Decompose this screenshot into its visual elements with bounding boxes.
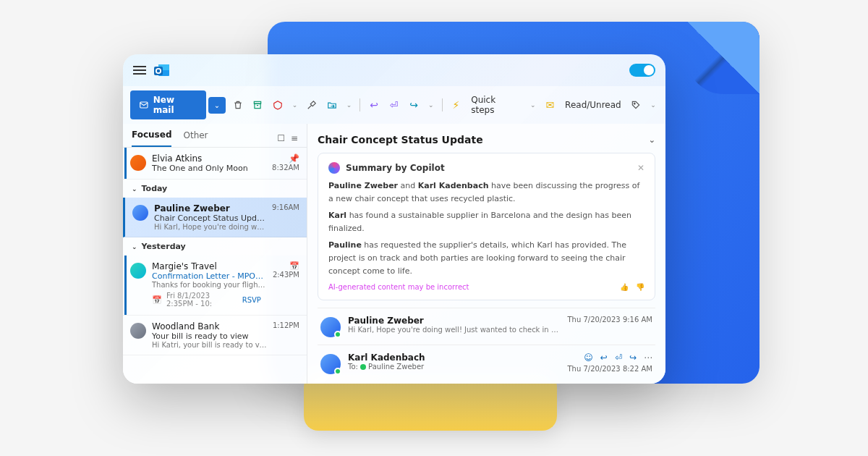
close-icon[interactable]: ✕: [637, 163, 644, 173]
message-list-pane: Focused Other ☐ ≡ Elvia Atkins The One a…: [123, 124, 307, 384]
read-unread-icon[interactable]: ✉: [542, 97, 558, 113]
reply-all-icon[interactable]: ⏎: [615, 352, 622, 363]
email-item[interactable]: Elvia Atkins The One and Only Moon 📌 8:3…: [123, 148, 307, 180]
copilot-icon: [328, 162, 340, 174]
avatar: [130, 323, 146, 339]
quick-steps-icon[interactable]: ⚡: [448, 97, 464, 113]
group-label: Yesterday: [142, 242, 186, 251]
email-time: 1:12PM: [273, 321, 299, 329]
reply-all-icon[interactable]: ⏎: [386, 97, 402, 113]
copilot-paragraph: Pauline Zweber and Karl Kadenbach have b…: [328, 180, 644, 205]
archive-icon[interactable]: [250, 97, 266, 113]
new-mail-button[interactable]: New mail: [130, 90, 206, 119]
email-preview: Hi Katri, your bill is ready to view. Lo…: [152, 341, 267, 349]
quick-steps-button[interactable]: Quick steps: [468, 95, 524, 115]
copilot-paragraph: Pauline has requested the supplier's det…: [328, 239, 644, 277]
email-preview: Hi Karl, Hope you're doing well!: [154, 223, 266, 231]
avatar: [130, 155, 146, 171]
message-date: Thu 7/20/2023 8:22 AM: [567, 365, 652, 373]
group-yesterday[interactable]: ⌄ Yesterday: [123, 237, 307, 256]
forward-icon[interactable]: ↪: [406, 97, 422, 113]
email-subject: Confirmation Letter - MPOWMQ: [152, 271, 267, 281]
forward-dropdown-icon[interactable]: ⌄: [426, 97, 436, 113]
tag-dropdown-icon[interactable]: ⌄: [648, 97, 658, 113]
pin-icon[interactable]: 📌: [289, 153, 299, 164]
outlook-logo-icon: [153, 62, 171, 79]
more-icon[interactable]: ⋯: [644, 352, 652, 363]
svg-rect-2: [154, 67, 163, 75]
move-icon[interactable]: [324, 97, 340, 113]
message-sender: Pauline Zweber: [348, 316, 560, 326]
collapse-icon[interactable]: ⌄: [649, 135, 655, 145]
main-area: Focused Other ☐ ≡ Elvia Atkins The One a…: [123, 124, 665, 384]
email-item-selected[interactable]: Pauline Zweber Chair Concept Status Upda…: [123, 198, 307, 237]
group-today[interactable]: ⌄ Today: [123, 180, 307, 198]
message-row[interactable]: Karl Kadenbach To: Pauline Zweber ☺ ↩ ⏎ …: [318, 345, 655, 381]
message-sender: Karl Kadenbach: [348, 352, 560, 363]
forward-icon[interactable]: ↪: [629, 352, 637, 363]
message-preview: Hi Karl, Hope you're doing well! Just wa…: [348, 326, 560, 334]
presence-available-icon: [334, 331, 341, 338]
toolbar-separator: [442, 98, 443, 111]
email-subject: Chair Concept Status Update: [154, 214, 266, 223]
tag-icon[interactable]: [629, 97, 644, 113]
rsvp-button[interactable]: RSVP: [237, 295, 267, 305]
reading-pane: Chair Concept Status Update ⌄ Summary by…: [307, 124, 665, 384]
email-time: 9:16AM: [272, 203, 299, 211]
report-dropdown-icon[interactable]: ⌄: [290, 97, 300, 113]
svg-rect-6: [255, 104, 260, 108]
quick-steps-dropdown-icon[interactable]: ⌄: [528, 97, 538, 113]
rsvp-time: Fri 8/1/2023 2:35PM - 10:: [166, 292, 232, 308]
delete-icon[interactable]: [230, 97, 246, 113]
email-subject: The One and Only Moon: [152, 164, 266, 173]
reply-icon[interactable]: ↩: [600, 352, 608, 363]
calendar-icon: 📅: [152, 295, 162, 305]
email-time: 8:32AM: [272, 164, 299, 172]
hamburger-menu-icon[interactable]: [133, 66, 146, 75]
calendar-icon: 📅: [289, 261, 299, 271]
message-row[interactable]: Pauline Zweber Hi Karl, Hope you're doin…: [318, 308, 655, 345]
thumbs-up-icon[interactable]: 👍: [620, 283, 629, 291]
new-mail-label: New mail: [153, 95, 197, 115]
email-item[interactable]: Woodland Bank Your bill is ready to view…: [123, 316, 307, 355]
toolbar: New mail ⌄ ⌄ ⌄ ↩ ⏎ ↪ ⌄ ⚡ Quick steps ⌄ ✉…: [123, 86, 665, 124]
presence-available-icon: [334, 368, 341, 375]
subject-text: Chair Concept Status Update: [318, 134, 483, 145]
avatar: [320, 354, 341, 374]
read-unread-button[interactable]: Read/Unread: [562, 100, 624, 110]
move-dropdown-icon[interactable]: ⌄: [344, 97, 354, 113]
copilot-paragraph: Karl has found a sustainable supplier in…: [328, 209, 644, 235]
email-preview: Thanks for booking your flight with Mar.…: [152, 281, 267, 289]
select-mode-icon[interactable]: ☐: [277, 133, 285, 143]
svg-point-7: [634, 103, 636, 104]
email-from: Woodland Bank: [152, 321, 267, 332]
copilot-summary-card: Summary by Copilot ✕ Pauline Zweber and …: [318, 153, 655, 300]
titlebar: [123, 54, 665, 86]
email-subject: Your bill is ready to view: [152, 332, 267, 341]
report-icon[interactable]: [270, 97, 286, 113]
email-item[interactable]: Margie's Travel Confirmation Letter - MP…: [123, 256, 307, 316]
filter-icon[interactable]: ≡: [291, 133, 298, 143]
theme-toggle[interactable]: [629, 64, 655, 77]
smile-icon[interactable]: ☺: [584, 352, 593, 363]
tab-focused[interactable]: Focused: [132, 130, 171, 147]
chevron-down-icon: ⌄: [132, 243, 137, 250]
message-to: To: Pauline Zweber: [348, 363, 560, 371]
sweep-icon[interactable]: [304, 97, 320, 113]
message-date: Thu 7/20/2023 9:16 AM: [567, 316, 652, 324]
chevron-down-icon: ⌄: [132, 185, 137, 193]
thumbs-down-icon[interactable]: 👎: [636, 283, 644, 291]
email-from: Pauline Zweber: [154, 203, 266, 214]
copilot-title: Summary by Copilot: [346, 163, 445, 173]
reply-icon[interactable]: ↩: [366, 97, 382, 113]
email-from: Margie's Travel: [152, 261, 267, 271]
tab-other[interactable]: Other: [183, 130, 208, 146]
outlook-window: New mail ⌄ ⌄ ⌄ ↩ ⏎ ↪ ⌄ ⚡ Quick steps ⌄ ✉…: [123, 54, 665, 384]
subject-header: Chair Concept Status Update ⌄: [318, 131, 655, 153]
avatar: [320, 317, 341, 337]
new-mail-dropdown[interactable]: ⌄: [208, 97, 226, 114]
avatar: [132, 205, 148, 221]
group-label: Today: [142, 184, 168, 193]
ai-disclaimer: AI-generated content may be incorrect: [328, 283, 469, 291]
email-from: Elvia Atkins: [152, 153, 266, 164]
